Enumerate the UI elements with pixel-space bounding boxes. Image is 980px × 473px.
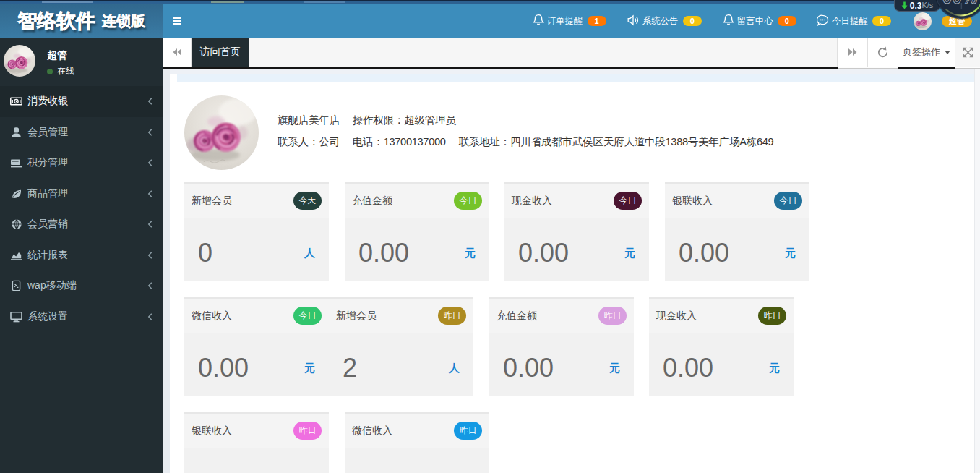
stat-box-10: 微信收入昨日 [345, 412, 489, 473]
sidebar-user-avatar[interactable] [4, 45, 35, 77]
store-name: 旗舰店美年店 [278, 114, 340, 126]
notification-badge: 0 [683, 16, 702, 26]
caret-down-icon [945, 51, 950, 54]
store-phone: 电话：13700137000 [353, 136, 446, 148]
sidebar-item-4[interactable]: 商品管理 [0, 179, 163, 210]
sidebar-item-6[interactable]: 统计报表 [0, 240, 163, 271]
stat-box-6: 新增会员昨日2人 [329, 297, 473, 396]
stat-unit: 元 [465, 247, 476, 260]
expand-icon [963, 47, 973, 58]
notification-badge: 0 [872, 16, 891, 26]
stat-value: 0.00 [663, 353, 713, 383]
stat-period-badge: 今日 [454, 192, 482, 210]
content-top-band [170, 69, 975, 74]
online-dot-icon [47, 69, 53, 74]
money-icon [10, 95, 22, 107]
tab-bar: 访问首页 页签操作 [163, 38, 980, 67]
svg-text:00%: 00% [942, 0, 978, 7]
tab-actions-dropdown[interactable]: 页签操作 [898, 38, 955, 67]
stat-box-body: 0.00元 [184, 333, 329, 396]
stat-value: 0.00 [358, 238, 409, 268]
stat-unit: 元 [785, 247, 796, 260]
sidebar-item-label: 系统设置 [27, 310, 68, 323]
stat-box-body: 0.00元 [489, 333, 634, 396]
stat-box-7: 充值金额昨日0.00元 [489, 297, 634, 396]
navbar-item-label: 订单提醒 [547, 15, 583, 27]
double-right-icon [848, 48, 858, 56]
sidebar-item-label: wap移动端 [27, 279, 77, 292]
sidebar-user-status[interactable]: 在线 [47, 65, 74, 77]
hamburger-icon [173, 16, 181, 26]
sidebar-item-label: 统计报表 [27, 249, 68, 262]
stat-box-5: 微信收入今日0.00元 [184, 297, 329, 396]
sidebar-item-5[interactable]: 会员营销 [0, 209, 163, 240]
sidebar-item-label: 会员管理 [27, 126, 68, 139]
main-content: 旗舰店美年店操作权限：超级管理员 联系人：公司电话：13700137000联系地… [163, 69, 980, 473]
sidebar-user-name: 超管 [47, 49, 67, 62]
stat-box-body: 0.00元 [504, 218, 649, 281]
app-logo[interactable]: 智络软件 连锁版 [0, 4, 163, 38]
sidebar-item-label: 消费收银 [27, 95, 68, 108]
sidebar-item-8[interactable]: 系统设置 [0, 302, 163, 333]
stat-value: 0.00 [679, 238, 729, 268]
stat-unit: 元 [304, 362, 315, 375]
tabs-scroll-left-button[interactable] [163, 38, 192, 67]
stat-title: 微信收入 [352, 425, 392, 438]
navbar-item-2[interactable]: 系统公告0 [627, 4, 702, 38]
sidebar-menu: 消费收银会员管理积分管理商品管理会员营销统计报表wap移动端系统设置 [0, 86, 163, 332]
tabs-scroll-right-button[interactable] [837, 38, 867, 67]
card-icon [10, 157, 22, 169]
stat-title: 充值金额 [352, 195, 392, 208]
navbar-item-1[interactable]: 订单提醒1 [533, 4, 606, 38]
stat-value: 0 [198, 238, 212, 268]
navbar-user-avatar[interactable] [914, 12, 932, 30]
sidebar-item-2[interactable]: 会员管理 [0, 117, 163, 148]
tab-refresh-button[interactable] [867, 38, 898, 67]
content-left-gutter [163, 69, 170, 473]
navbar-item-4[interactable]: 今日提醒0 [817, 4, 891, 38]
chevron-left-icon [147, 127, 152, 138]
download-arrow-icon [901, 1, 908, 9]
stat-period-badge: 昨日 [454, 422, 482, 440]
fullscreen-button[interactable] [955, 38, 980, 67]
sidebar-item-label: 积分管理 [27, 156, 68, 169]
leaf-icon [10, 188, 22, 200]
stat-box-header: 微信收入昨日 [345, 414, 489, 448]
tab-actions-label: 页签操作 [903, 46, 940, 59]
sidebar-item-1[interactable]: 消费收银 [0, 86, 163, 117]
stat-box-8: 现金收入昨日0.00元 [649, 297, 794, 396]
stat-box-body: 0.00元 [649, 333, 794, 396]
navbar-item-3[interactable]: 留言中心0 [723, 4, 796, 38]
chevron-left-icon [147, 280, 152, 291]
stat-box-header: 充值金额昨日 [489, 299, 634, 333]
chart-icon [10, 250, 22, 261]
stat-box-header: 微信收入今日 [184, 299, 329, 333]
sidebar-item-3[interactable]: 积分管理 [0, 148, 163, 179]
stat-box-header: 新增会员今天 [184, 184, 329, 218]
sidebar-item-7[interactable]: wap移动端 [0, 270, 163, 302]
chevron-left-icon [147, 311, 152, 323]
stat-value: 0.00 [503, 353, 554, 383]
stat-box-header: 充值金额今日 [345, 184, 489, 218]
navbar-item-label: 今日提醒 [832, 15, 868, 27]
stat-title: 微信收入 [192, 310, 232, 323]
cpu-gauge-widget: 00% [930, 0, 980, 36]
sidebar-toggle-button[interactable] [163, 4, 192, 38]
navbar-item-label: 系统公告 [642, 15, 679, 27]
stat-unit: 人 [304, 247, 315, 260]
stat-period-badge: 今日 [293, 307, 322, 325]
notification-badge: 0 [778, 16, 796, 26]
app-logo-edition: 连锁版 [102, 12, 145, 31]
tab-home[interactable]: 访问首页 [192, 38, 249, 67]
stat-box-header: 现金收入昨日 [649, 299, 794, 333]
speaker-icon [627, 14, 642, 28]
chevron-left-icon [147, 188, 152, 200]
stat-value: 2 [343, 353, 357, 383]
stat-title: 银联收入 [672, 195, 713, 208]
stat-period-badge: 今天 [293, 192, 322, 210]
stat-box-body: 0.00元 [345, 218, 489, 281]
stat-title: 充值金额 [497, 310, 537, 323]
stat-box-body [345, 448, 489, 473]
stat-period-badge: 昨日 [758, 307, 786, 325]
content-scrollbar[interactable] [974, 69, 980, 473]
